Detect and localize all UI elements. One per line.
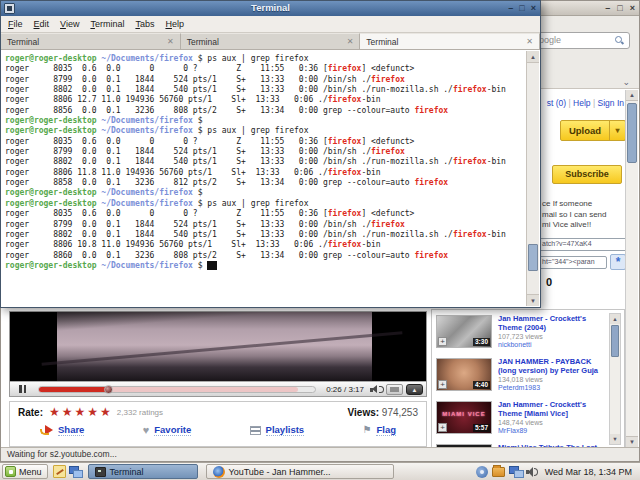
video-description: ce If someonemail so I can sendmi Vice a… <box>542 199 606 231</box>
show-desktop-icon[interactable] <box>69 465 82 478</box>
flag-icon: ⚑ <box>363 425 372 435</box>
minimize-button[interactable]: – <box>508 2 513 15</box>
menu-item-file[interactable]: File <box>8 19 23 29</box>
scrollbar-thumb[interactable] <box>611 325 619 357</box>
video-thumbnail[interactable]: MIAMI VICE5:57+ <box>436 401 492 434</box>
menu-button[interactable]: Menu <box>2 464 48 479</box>
scrollbar-thumb[interactable] <box>627 103 637 163</box>
scroll-up-icon[interactable]: ▲ <box>527 51 539 63</box>
menu-item-help[interactable]: Help <box>165 19 184 29</box>
network-icon[interactable] <box>509 466 522 477</box>
terminal-line: roger@roger-desktop ~/Documents/firefox … <box>5 261 526 271</box>
chevron-down-icon[interactable]: ⌄ <box>622 78 630 87</box>
terminal-line: roger 8806 10.8 11.0 194936 56760 pts/1 … <box>5 240 526 250</box>
volume-icon[interactable] <box>370 385 382 394</box>
window-title: Terminal <box>1 1 540 15</box>
notes-launcher-icon[interactable] <box>53 465 66 478</box>
related-video-item[interactable]: MIAMI VICE5:57+Jan Hammer - Crockett's T… <box>436 400 624 443</box>
header-link[interactable]: st (0) <box>547 98 566 108</box>
terminal-line: roger 8799 0.0 0.1 1844 524 pts/1 S+ 13:… <box>5 75 526 85</box>
maximize-button[interactable]: □ <box>519 2 524 15</box>
related-videos-panel: 3:30+Jan Hammer - Crockett's Theme (2004… <box>431 309 625 449</box>
folder-icon[interactable] <box>492 467 505 477</box>
tab-close-icon[interactable]: ✕ <box>347 37 354 46</box>
screen-size-button[interactable] <box>386 384 403 395</box>
taskbar-item-youtube[interactable]: YouTube - Jan Hammer... <box>206 464 394 479</box>
browser-minimize-button[interactable]: – <box>605 2 610 14</box>
star-rating[interactable]: ★★★★★ <box>49 406 113 418</box>
embed-code-field[interactable]: ht="344"><paran <box>539 256 607 269</box>
terminal-tab[interactable]: Terminal✕ <box>360 33 540 49</box>
header-link[interactable]: Sign In <box>598 98 624 108</box>
scrollbar-thumb[interactable] <box>528 244 538 271</box>
scroll-down-icon[interactable]: ▼ <box>610 434 620 444</box>
scroll-down-icon[interactable]: ▼ <box>527 294 539 306</box>
video-user-link[interactable]: MrFlax89 <box>498 427 604 435</box>
playlists-link[interactable]: Playlists <box>250 424 305 436</box>
flag-link[interactable]: ⚑Flag <box>363 424 397 436</box>
scroll-up-icon[interactable]: ▲ <box>610 314 620 324</box>
task-label: YouTube - Jan Hammer... <box>229 467 331 477</box>
video-user-link[interactable]: Peterdm1983 <box>498 384 604 392</box>
taskbar-item-terminal[interactable]: Terminal <box>88 464 198 479</box>
tab-close-icon[interactable]: ✕ <box>526 37 533 46</box>
search-input[interactable]: oogle <box>533 32 630 49</box>
seek-bar[interactable] <box>38 386 316 393</box>
terminal-scrollbar[interactable]: ▲ ▼ <box>526 51 539 306</box>
terminal-output[interactable]: roger@roger-desktop ~/Documents/firefox … <box>2 51 526 306</box>
tab-label: Terminal <box>7 37 39 47</box>
add-to-quicklist-icon[interactable]: + <box>438 337 447 346</box>
embed-options-gear-icon[interactable]: * <box>610 254 626 270</box>
action-label: Playlists <box>266 424 305 436</box>
volume-icon[interactable] <box>526 467 538 477</box>
scroll-up-icon[interactable]: ▲ <box>626 90 638 101</box>
terminal-titlebar[interactable]: Terminal – □ × <box>1 1 540 16</box>
menu-item-view[interactable]: View <box>60 19 79 29</box>
share-link[interactable]: Share <box>40 424 84 436</box>
related-video-item[interactable]: 4:40+JAN HAMMER - PAYBACK (long version)… <box>436 357 624 400</box>
pause-button[interactable] <box>19 385 26 393</box>
status-bar: Waiting for s2.youtube.com... <box>1 447 639 461</box>
terminal-icon <box>95 467 106 477</box>
terminal-line: roger@roger-desktop ~/Documents/firefox … <box>5 54 526 64</box>
close-button[interactable]: × <box>531 2 536 15</box>
browser-maximize-button[interactable]: □ <box>617 2 622 14</box>
menu-item-terminal[interactable]: Terminal <box>90 19 124 29</box>
video-title-link[interactable]: Jan Hammer - Crockett's Theme (2004) <box>498 314 604 332</box>
add-to-quicklist-icon[interactable]: + <box>438 380 447 389</box>
video-meta: Jan Hammer - Crockett's Theme [Miami Vic… <box>498 400 624 435</box>
related-scrollbar[interactable]: ▲ ▼ <box>609 313 621 445</box>
video-screen[interactable] <box>10 312 426 381</box>
video-url-field[interactable]: atch?v=47XaK4 <box>539 238 627 251</box>
browser-close-button[interactable]: × <box>630 2 635 14</box>
video-title-link[interactable]: Jan Hammer - Crockett's Theme [Miami Vic… <box>498 400 604 418</box>
action-label: Favorite <box>154 424 191 436</box>
video-title-link[interactable]: JAN HAMMER - PAYBACK (long version) by P… <box>498 357 604 375</box>
terminal-tab[interactable]: Terminal✕ <box>1 33 181 49</box>
scroll-down-icon[interactable]: ▼ <box>626 436 638 447</box>
player-time: 0:26 / 3:17 <box>326 385 364 394</box>
video-frame <box>57 312 372 381</box>
subscribe-button[interactable]: Subscribe <box>552 165 622 184</box>
tab-close-icon[interactable]: ✕ <box>167 37 174 46</box>
video-player: 0:26 / 3:17 ▲ <box>9 311 427 397</box>
favorite-link[interactable]: ♥Favorite <box>143 424 192 436</box>
menu-item-edit[interactable]: Edit <box>34 19 50 29</box>
add-to-quicklist-icon[interactable]: + <box>438 423 447 432</box>
search-icon[interactable] <box>615 36 624 45</box>
fullscreen-button[interactable]: ▲ <box>406 384 423 395</box>
upload-dropdown-icon[interactable]: ▾ <box>609 121 625 140</box>
terminal-tab[interactable]: Terminal✕ <box>181 33 361 49</box>
video-thumbnail[interactable]: 4:40+ <box>436 358 492 391</box>
header-link[interactable]: Help <box>573 98 590 108</box>
related-video-item[interactable]: 3:30+Jan Hammer - Crockett's Theme (2004… <box>436 314 624 357</box>
seek-handle[interactable] <box>104 385 113 394</box>
page-scrollbar[interactable]: ▲ ▼ <box>625 90 638 447</box>
video-user-link[interactable]: nickbonetti <box>498 341 604 349</box>
header-links: st (0) | Help | Sign In <box>547 98 624 108</box>
playlists-icon <box>250 426 261 435</box>
video-thumbnail[interactable]: 3:30+ <box>436 315 492 348</box>
updates-gear-icon[interactable] <box>476 466 488 478</box>
upload-button[interactable]: Upload ▾ <box>560 120 626 141</box>
menu-item-tabs[interactable]: Tabs <box>135 19 154 29</box>
